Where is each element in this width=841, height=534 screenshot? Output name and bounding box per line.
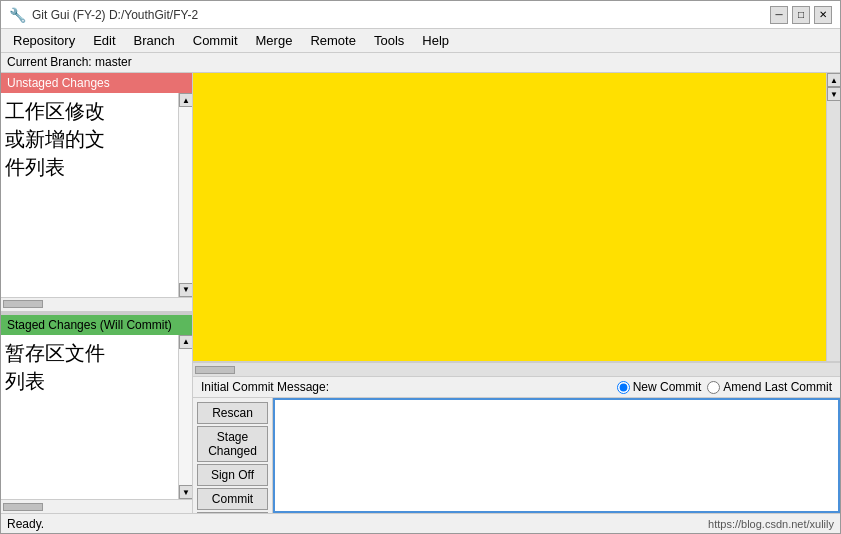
menu-tools[interactable]: Tools [366, 31, 412, 50]
staged-list: 暂存区文件 列表 [1, 335, 178, 499]
unstaged-content: 工作区修改 或新增的文 件列表 [5, 100, 105, 178]
commit-area: Initial Commit Message: New Commit Amend… [193, 376, 840, 513]
menu-bar: Repository Edit Branch Commit Merge Remo… [1, 29, 840, 53]
unstaged-hscroll-track[interactable] [1, 298, 192, 311]
sign-off-button[interactable]: Sign Off [197, 464, 268, 486]
staged-hscrollbar[interactable] [1, 499, 192, 513]
staged-hscroll-track[interactable] [1, 500, 192, 513]
close-button[interactable]: ✕ [814, 6, 832, 24]
commit-message-textarea[interactable] [273, 398, 840, 513]
commit-header: Initial Commit Message: New Commit Amend… [193, 377, 840, 398]
branch-bar: Current Branch: master [1, 53, 840, 73]
staged-list-container: 暂存区文件 列表 ▲ ▼ [1, 335, 192, 499]
diff-hscroll-thumb[interactable] [195, 366, 235, 374]
unstaged-list: 工作区修改 或新增的文 件列表 [1, 93, 178, 297]
status-text: Ready. [7, 517, 44, 531]
unstaged-hscrollbar[interactable] [1, 297, 192, 311]
staged-scroll-up[interactable]: ▲ [179, 335, 192, 349]
menu-commit[interactable]: Commit [185, 31, 246, 50]
menu-help[interactable]: Help [414, 31, 457, 50]
new-commit-radio-label[interactable]: New Commit [617, 380, 702, 394]
rescan-button[interactable]: Rescan [197, 402, 268, 424]
main-content: Unstaged Changes 工作区修改 或新增的文 件列表 ▲ ▼ S [1, 73, 840, 513]
minimize-button[interactable]: ─ [770, 6, 788, 24]
unstaged-section: Unstaged Changes 工作区修改 或新增的文 件列表 ▲ ▼ [1, 73, 192, 311]
commit-message-label: Initial Commit Message: [201, 380, 329, 394]
diff-hscroll-track[interactable] [193, 363, 840, 376]
diff-hscrollbar[interactable] [193, 362, 840, 376]
app-icon: 🔧 [9, 7, 26, 23]
maximize-button[interactable]: □ [792, 6, 810, 24]
unstaged-scroll-down[interactable]: ▼ [179, 283, 192, 297]
unstaged-hscroll-thumb[interactable] [3, 300, 43, 308]
menu-branch[interactable]: Branch [126, 31, 183, 50]
staged-scroll-down[interactable]: ▼ [179, 485, 192, 499]
diff-scroll-up[interactable]: ▲ [827, 73, 840, 87]
commit-body: Rescan Stage Changed Sign Off Commit Pus… [193, 398, 840, 513]
status-bar: Ready. https://blog.csdn.net/xulily [1, 513, 840, 533]
unstaged-scroll-up[interactable]: ▲ [179, 93, 192, 107]
menu-repository[interactable]: Repository [5, 31, 83, 50]
commit-buttons: Rescan Stage Changed Sign Off Commit Pus… [193, 398, 273, 513]
staged-scroll-track[interactable] [179, 349, 192, 485]
staged-content: 暂存区文件 列表 [5, 342, 105, 392]
menu-remote[interactable]: Remote [302, 31, 364, 50]
unstaged-header: Unstaged Changes [1, 73, 192, 93]
diff-vscrollbar[interactable]: ▲ ▼ [826, 73, 840, 361]
commit-button[interactable]: Commit [197, 488, 268, 510]
file-diff-area[interactable]: ▲ ▼ [193, 73, 840, 362]
new-commit-radio[interactable] [617, 381, 630, 394]
unstaged-vscrollbar[interactable]: ▲ ▼ [178, 93, 192, 297]
staged-vscrollbar[interactable]: ▲ ▼ [178, 335, 192, 499]
menu-edit[interactable]: Edit [85, 31, 123, 50]
stage-changed-button[interactable]: Stage Changed [197, 426, 268, 462]
new-commit-label: New Commit [633, 380, 702, 394]
unstaged-list-container: 工作区修改 或新增的文 件列表 ▲ ▼ [1, 93, 192, 297]
window-title: Git Gui (FY-2) D:/YouthGit/FY-2 [32, 8, 198, 22]
left-panel: Unstaged Changes 工作区修改 或新增的文 件列表 ▲ ▼ S [1, 73, 193, 513]
title-bar-left: 🔧 Git Gui (FY-2) D:/YouthGit/FY-2 [9, 7, 198, 23]
diff-scroll-down[interactable]: ▼ [827, 87, 840, 101]
staged-section: Staged Changes (Will Commit) 暂存区文件 列表 ▲ … [1, 315, 192, 513]
right-panel: ▲ ▼ Initial Commit Message: New Commit [193, 73, 840, 513]
title-bar: 🔧 Git Gui (FY-2) D:/YouthGit/FY-2 ─ □ ✕ [1, 1, 840, 29]
commit-message-area [273, 398, 840, 513]
commit-type-radio-group: New Commit Amend Last Commit [617, 380, 832, 394]
unstaged-scroll-track[interactable] [179, 107, 192, 283]
status-bar-right: https://blog.csdn.net/xulily [708, 518, 834, 530]
amend-commit-label: Amend Last Commit [723, 380, 832, 394]
menu-merge[interactable]: Merge [248, 31, 301, 50]
staged-header: Staged Changes (Will Commit) [1, 315, 192, 335]
amend-commit-radio[interactable] [707, 381, 720, 394]
staged-hscroll-thumb[interactable] [3, 503, 43, 511]
window-controls: ─ □ ✕ [770, 6, 832, 24]
branch-text: Current Branch: master [7, 55, 132, 69]
amend-commit-radio-label[interactable]: Amend Last Commit [707, 380, 832, 394]
